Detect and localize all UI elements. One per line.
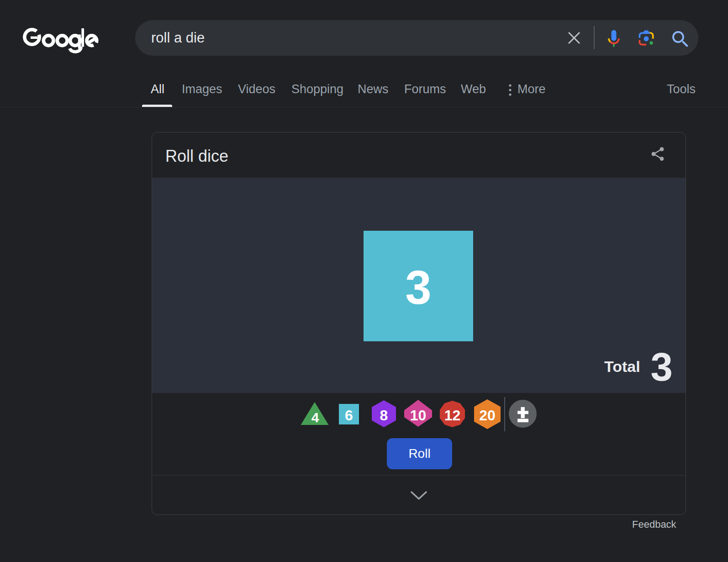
- svg-text:4: 4: [311, 410, 319, 425]
- svg-text:8: 8: [380, 407, 388, 424]
- svg-text:12: 12: [444, 407, 461, 424]
- svg-text:10: 10: [410, 407, 427, 424]
- svg-text:20: 20: [479, 407, 496, 424]
